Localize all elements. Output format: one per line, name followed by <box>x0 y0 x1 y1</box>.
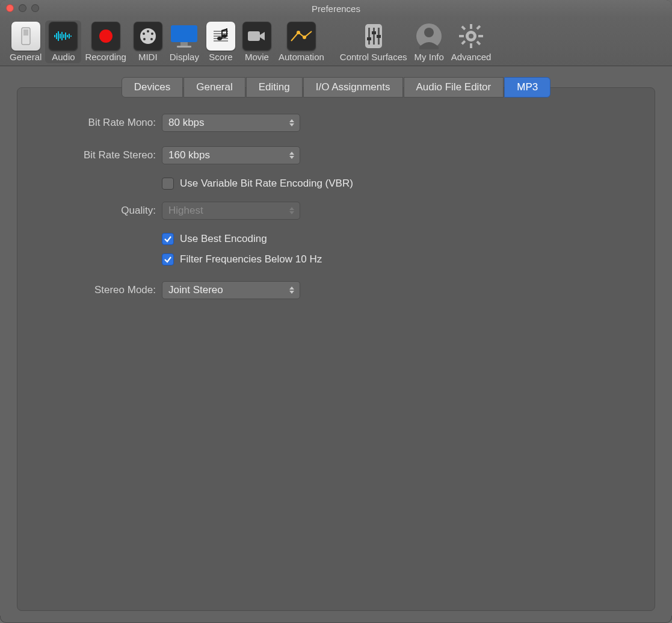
popup-value: Joint Stereo <box>168 284 223 296</box>
svg-rect-22 <box>180 42 188 46</box>
label-bit-rate-mono: Bit Rate Mono: <box>42 117 162 129</box>
svg-rect-1 <box>23 29 28 36</box>
content-area: Devices General Editing I/O Assignments … <box>0 66 672 616</box>
chevron-updown-icon <box>288 284 296 296</box>
label-bit-rate-stereo: Bit Rate Stereo: <box>42 149 162 161</box>
subtab-devices[interactable]: Devices <box>122 77 183 98</box>
svg-rect-53 <box>461 40 466 45</box>
person-icon <box>415 22 443 51</box>
label-filter-freq: Filter Frequencies Below 10 Hz <box>180 253 322 265</box>
svg-rect-50 <box>461 25 466 30</box>
row-vbr: Use Variable Bit Rate Encoding (VBR) <box>162 175 630 193</box>
titlebar[interactable]: Preferences <box>0 0 672 17</box>
popup-stereo-mode[interactable]: Joint Stereo <box>162 281 300 299</box>
toolbar-label: Display <box>170 52 199 62</box>
row-bit-rate-stereo: Bit Rate Stereo: 160 kbps <box>42 142 630 169</box>
svg-point-29 <box>217 37 222 40</box>
row-best-encoding: Use Best Encoding <box>162 230 630 248</box>
zoom-icon[interactable] <box>31 4 39 12</box>
toolbar-label: Audio <box>52 52 75 62</box>
subtab-audio-file-editor[interactable]: Audio File Editor <box>404 77 504 98</box>
close-icon[interactable] <box>6 4 14 12</box>
popup-quality: Highest <box>162 202 300 220</box>
svg-point-54 <box>469 34 473 39</box>
svg-point-16 <box>147 30 149 33</box>
minimize-icon[interactable] <box>19 4 26 12</box>
toolbar-item-advanced[interactable]: Advanced <box>448 20 495 63</box>
toolbar-label: My Info <box>415 52 444 62</box>
checkbox-vbr[interactable] <box>162 178 174 190</box>
subtab-mp3[interactable]: MP3 <box>504 77 550 98</box>
popup-bit-rate-stereo[interactable]: 160 kbps <box>162 146 300 164</box>
preferences-window: Preferences General Audio Recording MIDI <box>0 0 672 623</box>
toolbar-item-midi[interactable]: MIDI <box>130 20 166 63</box>
toolbar-item-score[interactable]: Score <box>203 20 239 63</box>
toolbar-item-audio[interactable]: Audio <box>45 20 81 63</box>
window-controls <box>6 4 39 12</box>
label-quality: Quality: <box>42 205 162 217</box>
subtab-general[interactable]: General <box>183 77 245 98</box>
row-stereo-mode: Stereo Mode: Joint Stereo <box>42 277 630 303</box>
chevron-updown-icon <box>288 117 296 129</box>
svg-point-17 <box>143 33 145 35</box>
row-bit-rate-mono: Bit Rate Mono: 80 kbps <box>42 110 630 136</box>
toolbar-item-automation[interactable]: Automation <box>275 20 328 63</box>
checkbox-best-encoding[interactable] <box>162 233 174 245</box>
subtab-io-assignments[interactable]: I/O Assignments <box>303 77 403 98</box>
window-title: Preferences <box>0 4 672 14</box>
svg-rect-33 <box>248 31 260 41</box>
toolbar-item-recording[interactable]: Recording <box>81 20 129 63</box>
toolbar-item-general[interactable]: General <box>6 20 45 63</box>
toolbar-label: MIDI <box>138 52 158 62</box>
popup-bit-rate-mono[interactable]: 80 kbps <box>162 114 300 132</box>
label-stereo-mode: Stereo Mode: <box>42 284 162 296</box>
svg-rect-47 <box>470 43 472 48</box>
svg-point-18 <box>151 33 153 35</box>
toolbar-label: General <box>10 52 42 62</box>
popup-value: Highest <box>168 205 203 217</box>
svg-rect-40 <box>367 37 371 40</box>
toolbar-label: Control Surfaces <box>340 52 407 62</box>
midi-icon <box>134 22 162 51</box>
checkbox-filter-freq[interactable] <box>162 253 174 265</box>
subtab-editing[interactable]: Editing <box>246 77 303 98</box>
row-filter-freq: Filter Frequencies Below 10 Hz <box>162 250 630 268</box>
svg-rect-48 <box>459 35 464 37</box>
toolbar-label: Score <box>209 52 232 62</box>
label-vbr: Use Variable Bit Rate Encoding (VBR) <box>180 178 353 190</box>
mp3-panel: Bit Rate Mono: 80 kbps Bit Rate Stereo: … <box>17 87 655 611</box>
svg-point-30 <box>222 34 227 38</box>
row-quality: Quality: Highest <box>42 197 630 224</box>
score-icon <box>206 22 235 51</box>
chevron-updown-icon <box>288 149 296 161</box>
camera-icon <box>242 22 271 51</box>
prefs-toolbar: General Audio Recording MIDI Display <box>0 17 672 66</box>
record-icon <box>91 22 120 51</box>
toolbar-label: Automation <box>279 52 324 62</box>
svg-point-20 <box>150 38 153 40</box>
svg-rect-37 <box>368 28 370 45</box>
toolbar-item-display[interactable]: Display <box>166 20 203 63</box>
svg-point-14 <box>99 29 113 43</box>
chevron-updown-icon <box>288 205 296 217</box>
audio-subtabs: Devices General Editing I/O Assignments … <box>0 77 672 98</box>
toolbar-item-movie[interactable]: Movie <box>239 20 275 63</box>
toolbar-label: Advanced <box>451 52 492 62</box>
label-best-encoding: Use Best Encoding <box>180 233 267 245</box>
svg-rect-38 <box>373 28 375 45</box>
automation-icon <box>287 22 316 51</box>
monitor-icon <box>170 22 199 51</box>
svg-rect-49 <box>478 35 483 37</box>
svg-rect-41 <box>372 31 376 34</box>
waveform-icon <box>49 22 78 51</box>
svg-rect-46 <box>470 24 472 29</box>
popup-value: 80 kbps <box>168 117 205 129</box>
svg-rect-23 <box>177 46 191 48</box>
svg-rect-21 <box>171 25 197 42</box>
toolbar-item-control-surfaces[interactable]: Control Surfaces <box>336 20 411 63</box>
gear-icon <box>457 22 486 51</box>
svg-rect-42 <box>377 35 381 38</box>
switch-icon <box>11 22 40 51</box>
toolbar-item-my-info[interactable]: My Info <box>411 20 448 63</box>
svg-point-34 <box>297 31 300 34</box>
